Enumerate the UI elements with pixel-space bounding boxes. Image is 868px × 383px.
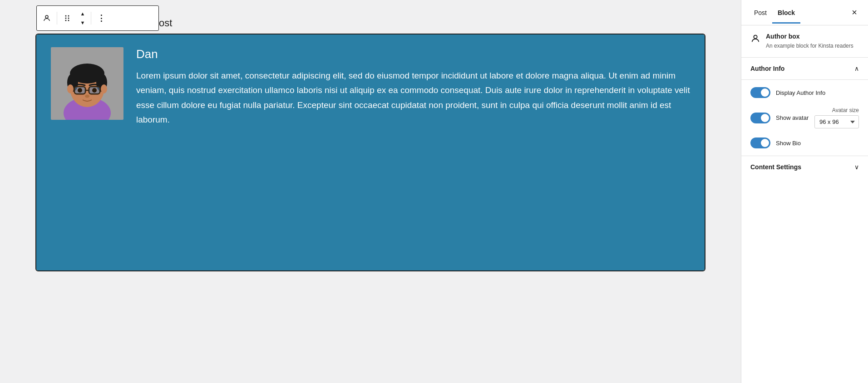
block-toolbar: ▲ ▼ ⋮	[36, 5, 159, 31]
sidebar-close-btn[interactable]: ×	[848, 4, 861, 21]
toolbar-divider-1	[57, 12, 57, 25]
author-info-chevron-up: ∧	[854, 65, 859, 72]
sidebar: Post Block × Author box An example block…	[741, 0, 868, 383]
svg-point-6	[68, 20, 69, 21]
display-author-info-row: Display Author Info	[750, 87, 859, 98]
move-up-btn[interactable]: ▲	[76, 9, 89, 18]
show-avatar-left: Show avatar	[750, 113, 809, 123]
svg-point-5	[68, 18, 69, 19]
block-info-desc: An example block for Kinsta readers	[766, 42, 853, 50]
sidebar-tabs: Post Block ×	[741, 0, 868, 25]
content-settings-chevron-down: ∨	[854, 163, 859, 171]
show-avatar-group: Show avatar Avatar size 48 x 48 64 x 64 …	[750, 107, 859, 128]
author-name: Dan	[136, 47, 690, 61]
show-avatar-label: Show avatar	[776, 114, 809, 121]
svg-point-24	[754, 35, 757, 39]
block-info-title: Author box	[766, 33, 853, 40]
display-author-info-toggle[interactable]	[750, 87, 770, 98]
author-info-title: Author Info	[750, 65, 784, 72]
author-avatar	[51, 47, 123, 120]
block-info-text: Author box An example block for Kinsta r…	[766, 33, 853, 50]
content-settings-title: Content Settings	[750, 163, 801, 171]
tab-block[interactable]: Block	[772, 2, 800, 24]
more-options-btn[interactable]: ⋮	[93, 10, 109, 26]
author-content: Dan Lorem ipsum dolor sit amet, consecte…	[136, 47, 690, 127]
svg-point-3	[65, 20, 67, 21]
show-bio-label: Show Bio	[776, 140, 859, 147]
show-avatar-toggle[interactable]	[750, 113, 770, 123]
author-box-block-icon	[750, 34, 760, 46]
svg-point-0	[45, 15, 48, 18]
avatar-size-label: Avatar size	[832, 107, 859, 113]
show-bio-toggle[interactable]	[750, 137, 770, 148]
author-bio: Lorem ipsum dolor sit amet, consectetur …	[136, 69, 690, 127]
toolbar-divider-2	[91, 12, 91, 25]
author-info-section-header[interactable]: Author Info ∧	[741, 58, 868, 80]
tab-post[interactable]: Post	[749, 2, 772, 24]
author-box-block[interactable]: Dan Lorem ipsum dolor sit amet, consecte…	[36, 34, 705, 270]
block-info-section: Author box An example block for Kinsta r…	[741, 25, 868, 58]
author-block-icon-btn[interactable]	[39, 10, 55, 26]
move-down-btn[interactable]: ▼	[76, 18, 89, 27]
svg-point-4	[68, 15, 69, 17]
content-settings-header[interactable]: Content Settings ∨	[741, 156, 868, 178]
svg-point-21	[78, 88, 82, 93]
drag-handle-btn[interactable]	[59, 10, 75, 26]
avatar-size-select[interactable]: 48 x 48 64 x 64 96 x 96 128 x 128	[814, 115, 859, 128]
svg-point-1	[65, 15, 67, 17]
svg-point-15	[101, 84, 107, 93]
svg-point-23	[85, 95, 89, 98]
editor-area: ▲ ▼ ⋮ ost	[0, 0, 741, 383]
author-info-content: Display Author Info Show avatar Avatar s…	[741, 80, 868, 156]
post-title-partial: ost	[159, 17, 741, 29]
svg-point-14	[67, 84, 74, 93]
svg-point-22	[92, 88, 97, 93]
show-bio-row: Show Bio	[750, 137, 859, 148]
move-arrows: ▲ ▼	[76, 9, 89, 27]
avatar-size-right: Avatar size 48 x 48 64 x 64 96 x 96 128 …	[814, 107, 859, 128]
display-author-info-label: Display Author Info	[776, 89, 859, 96]
svg-point-2	[65, 18, 67, 19]
